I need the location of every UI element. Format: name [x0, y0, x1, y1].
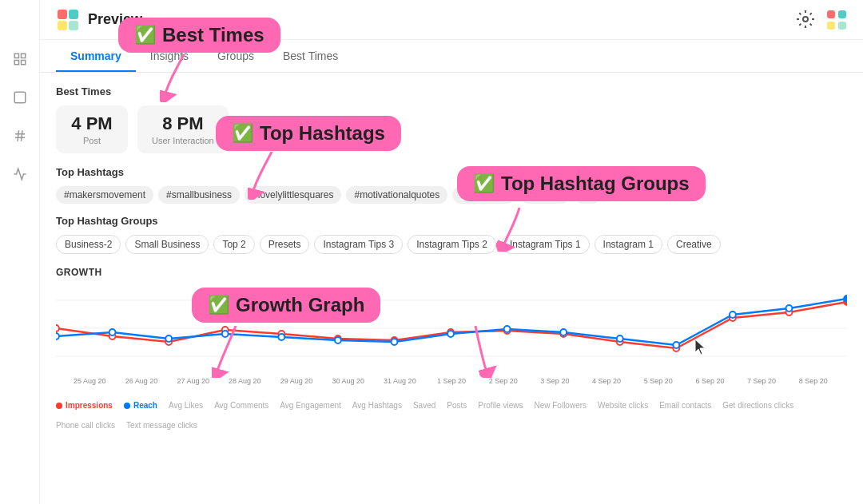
svg-point-42 — [335, 337, 341, 343]
avg-comments-label: Avg Comments — [214, 401, 268, 410]
x-label: 25 Aug 20 — [64, 377, 116, 385]
legend-get-directions[interactable]: Get directions clicks — [722, 401, 793, 410]
svg-rect-2 — [14, 61, 18, 65]
x-label: 1 Sep 20 — [426, 377, 478, 385]
sidebar-icon-hash[interactable] — [9, 125, 31, 147]
svg-point-47 — [617, 335, 623, 342]
profile-icon[interactable] — [826, 10, 847, 30]
group-tag[interactable]: Instagram 1 — [595, 235, 662, 254]
svg-rect-10 — [58, 10, 67, 19]
hashtag-tag[interactable]: #motivationalquotes — [346, 186, 447, 204]
svg-point-37 — [56, 333, 59, 339]
growth-title: GROWTH — [56, 267, 847, 278]
svg-rect-16 — [838, 10, 846, 18]
interaction-time-value: 8 PM — [152, 113, 214, 134]
svg-line-7 — [18, 130, 19, 141]
x-label: 28 Aug 20 — [219, 377, 271, 385]
x-label: 7 Sep 20 — [736, 377, 788, 385]
settings-icon[interactable] — [796, 10, 817, 30]
app-container: Preview — [0, 0, 863, 504]
times-row: 4 PM Post 8 PM User Interaction — [56, 105, 847, 153]
legend-text-message[interactable]: Text message clicks — [126, 421, 197, 430]
group-tag[interactable]: Instagram Tips 2 — [408, 235, 496, 254]
legend-phone-call[interactable]: Phone call clicks — [56, 421, 115, 430]
group-tag[interactable]: Creative — [667, 235, 721, 254]
group-tag[interactable]: Instagram Tips 1 — [501, 235, 590, 254]
legend-reach[interactable]: Reach — [124, 401, 157, 410]
svg-point-44 — [447, 331, 454, 337]
app-title: Preview — [88, 11, 142, 28]
profile-views-label: Profile views — [478, 401, 523, 410]
content-area: Best Times 4 PM Post 8 PM User Interacti… — [40, 73, 863, 504]
tab-best-times[interactable]: Best Times — [268, 40, 352, 72]
hashtag-tag[interactable]: #makersmovement — [56, 186, 153, 204]
hashtag-tag[interactable]: #feedgoals — [452, 186, 515, 204]
text-message-label: Text message clicks — [126, 421, 197, 430]
hashtag-tag[interactable]: #s — [575, 186, 601, 204]
groups-row: Business-2 Small Business Top 2 Presets … — [56, 235, 847, 254]
post-time-label: Post — [70, 136, 113, 145]
tab-summary[interactable]: Summary — [56, 40, 136, 72]
interaction-time-label: User Interaction — [152, 136, 214, 145]
legend-website-clicks[interactable]: Website clicks — [598, 401, 648, 410]
x-label: 26 Aug 20 — [116, 377, 168, 385]
legend-avg-hashtags[interactable]: Avg Hashtags — [352, 401, 402, 410]
x-label: 31 Aug 20 — [374, 377, 426, 385]
group-tag[interactable]: Instagram Tips 3 — [314, 235, 403, 254]
tab-insights[interactable]: Insights — [136, 40, 203, 72]
x-label: 29 Aug 20 — [271, 377, 323, 385]
group-tag[interactable]: Small Business — [125, 235, 209, 254]
avg-hashtags-label: Avg Hashtags — [352, 401, 402, 410]
hashtag-tag[interactable]: #lovelylittlesquares — [245, 186, 341, 204]
legend-avg-engagement[interactable]: Avg Engagement — [280, 401, 341, 410]
svg-rect-12 — [58, 21, 67, 30]
x-axis-labels: 25 Aug 20 26 Aug 20 27 Aug 20 28 Aug 20 … — [56, 377, 847, 385]
avg-likes-label: Avg Likes — [169, 401, 203, 410]
legend-posts[interactable]: Posts — [447, 401, 467, 410]
svg-point-43 — [392, 339, 398, 345]
legend-avg-likes[interactable]: Avg Likes — [169, 401, 203, 410]
legend-new-followers[interactable]: New Followers — [534, 401, 587, 410]
svg-point-51 — [844, 296, 847, 302]
group-tag[interactable]: Presets — [260, 235, 310, 254]
svg-rect-1 — [21, 54, 25, 58]
x-label: 4 Sep 20 — [581, 377, 633, 385]
svg-rect-15 — [827, 10, 835, 18]
impressions-dot — [56, 403, 62, 409]
svg-rect-3 — [21, 61, 25, 65]
legend-avg-comments[interactable]: Avg Comments — [214, 401, 268, 410]
sidebar — [0, 0, 40, 504]
legend-saved[interactable]: Saved — [413, 401, 435, 410]
new-followers-label: New Followers — [534, 401, 587, 410]
x-label: 30 Aug 20 — [322, 377, 374, 385]
group-tag[interactable]: Top 2 — [213, 235, 254, 254]
hashtag-tag[interactable]: #creativ — [520, 186, 570, 204]
reach-dot — [124, 403, 130, 409]
x-label: 6 Sep 20 — [684, 377, 736, 385]
app-logo — [56, 8, 80, 32]
svg-point-50 — [786, 305, 793, 312]
svg-point-39 — [165, 335, 172, 342]
saved-label: Saved — [413, 401, 435, 410]
hashtags-row: #makersmovement #smallbusiness #lovelyli… — [56, 186, 847, 204]
legend-impressions[interactable]: Impressions — [56, 401, 113, 410]
sidebar-icon-chart[interactable] — [9, 163, 31, 185]
tab-groups[interactable]: Groups — [203, 40, 268, 72]
post-time-value: 4 PM — [70, 113, 113, 134]
svg-rect-11 — [69, 10, 78, 19]
top-hashtag-groups-title: Top Hashtag Groups — [56, 215, 847, 227]
legend-profile-views[interactable]: Profile views — [478, 401, 523, 410]
hashtag-tag[interactable]: #smallbusiness — [158, 186, 240, 204]
email-contacts-label: Email contacts — [659, 401, 711, 410]
sidebar-icon-square[interactable] — [9, 86, 31, 109]
svg-rect-13 — [69, 21, 78, 30]
legend-email-contacts[interactable]: Email contacts — [659, 401, 711, 410]
reach-label: Reach — [133, 401, 157, 410]
x-label: 5 Sep 20 — [632, 377, 684, 385]
sidebar-icon-grid[interactable] — [9, 48, 31, 70]
group-tag[interactable]: Business-2 — [56, 235, 121, 254]
header-left: Preview — [56, 8, 142, 32]
svg-point-41 — [278, 334, 284, 340]
svg-line-8 — [21, 130, 22, 141]
tabs-bar: Summary Insights Groups Best Times — [40, 40, 863, 73]
